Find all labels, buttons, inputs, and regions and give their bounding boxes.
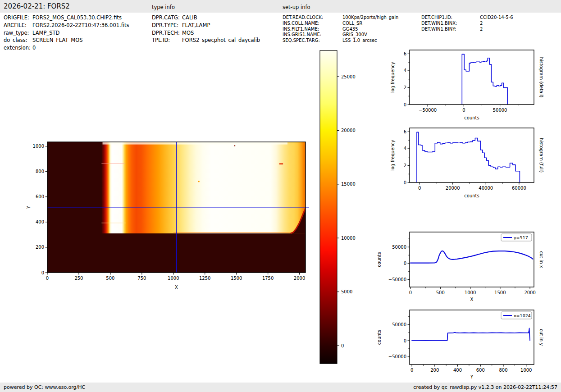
svg-text:4: 4 — [404, 68, 406, 73]
svg-text:1000: 1000 — [33, 144, 44, 149]
svg-text:40000: 40000 — [479, 186, 493, 191]
svg-text:60000: 60000 — [512, 186, 526, 191]
svg-text:250: 250 — [74, 276, 83, 281]
svg-text:log frequency: log frequency — [390, 140, 395, 171]
svg-text:6: 6 — [404, 51, 406, 56]
footer-created-by: created by qc_rawdisp.py v1.2.3 on 2026-… — [413, 384, 557, 390]
svg-text:0: 0 — [404, 338, 406, 343]
svg-text:600: 600 — [476, 368, 485, 373]
svg-text:25000: 25000 — [341, 74, 356, 79]
svg-text:0: 0 — [404, 180, 406, 185]
svg-text:20000: 20000 — [446, 186, 460, 191]
svg-text:X: X — [175, 285, 178, 290]
svg-text:histogram (detail): histogram (detail) — [539, 57, 544, 98]
colorbar: 0500010000150002000025000 — [320, 50, 356, 364]
svg-text:10000: 10000 — [341, 236, 356, 241]
svg-text:50000: 50000 — [493, 108, 507, 113]
svg-text:1500: 1500 — [231, 276, 242, 281]
svg-text:−50000: −50000 — [388, 354, 406, 359]
svg-text:0: 0 — [410, 368, 413, 373]
footer-bar: powered by QC: www.eso.org/HC created by… — [0, 383, 561, 392]
svg-text:2000: 2000 — [524, 290, 535, 295]
svg-text:800: 800 — [499, 368, 507, 373]
svg-text:histogram (full): histogram (full) — [539, 138, 544, 173]
footer-powered-by: powered by QC: www.eso.org/HC — [4, 384, 85, 390]
svg-text:20000: 20000 — [341, 128, 356, 133]
svg-text:6: 6 — [404, 129, 406, 134]
svg-text:1000: 1000 — [168, 276, 179, 281]
svg-text:0: 0 — [404, 102, 406, 107]
cut-in-x: 0500100015002000−50000050000Xcountscut i… — [377, 232, 544, 302]
svg-text:−50000: −50000 — [419, 108, 437, 113]
svg-text:0: 0 — [462, 108, 465, 113]
cut-in-y: 02004006008001000−50000050000Ycountscut … — [377, 310, 544, 379]
svg-text:counts: counts — [377, 330, 382, 345]
svg-text:0: 0 — [41, 270, 44, 275]
svg-text:2: 2 — [404, 163, 406, 168]
svg-text:cut in x: cut in x — [539, 251, 544, 268]
svg-text:2: 2 — [404, 85, 406, 90]
svg-text:1750: 1750 — [262, 276, 274, 281]
svg-text:600: 600 — [36, 194, 44, 199]
svg-text:200: 200 — [430, 368, 439, 373]
svg-text:50000: 50000 — [392, 245, 406, 250]
svg-text:0: 0 — [404, 261, 406, 266]
svg-text:Y: Y — [470, 374, 474, 379]
histogram-full: 02000040000600000246countslog frequencyh… — [390, 128, 544, 198]
svg-text:400: 400 — [36, 219, 44, 224]
svg-text:0: 0 — [341, 343, 344, 348]
svg-text:1000: 1000 — [465, 290, 476, 295]
svg-text:50000: 50000 — [392, 322, 406, 327]
main-image-plot: 0250500750100012501500175020000200400600… — [26, 142, 309, 290]
svg-text:4: 4 — [404, 146, 406, 151]
svg-text:Y: Y — [26, 205, 31, 209]
svg-text:400: 400 — [453, 368, 462, 373]
svg-text:0: 0 — [46, 276, 49, 281]
svg-text:counts: counts — [464, 193, 479, 198]
svg-text:0: 0 — [409, 290, 412, 295]
svg-text:counts: counts — [377, 252, 382, 267]
svg-text:750: 750 — [137, 276, 146, 281]
svg-text:500: 500 — [106, 276, 114, 281]
svg-text:0: 0 — [418, 186, 421, 191]
svg-text:500: 500 — [436, 290, 445, 295]
charts-canvas: 0250500750100012501500175020000200400600… — [0, 0, 561, 392]
svg-text:1500: 1500 — [494, 290, 506, 295]
svg-text:cut in y: cut in y — [539, 329, 544, 346]
svg-text:log frequency: log frequency — [390, 62, 395, 93]
svg-text:1000: 1000 — [520, 368, 532, 373]
svg-text:1250: 1250 — [199, 276, 210, 281]
svg-text:15000: 15000 — [341, 182, 356, 187]
svg-text:200: 200 — [36, 245, 44, 250]
svg-text:2000: 2000 — [294, 276, 305, 281]
svg-text:x=1024: x=1024 — [514, 313, 531, 318]
histogram-detail: −500000500000246countslog frequencyhisto… — [390, 50, 544, 120]
svg-text:X: X — [470, 297, 474, 302]
svg-text:y=517: y=517 — [514, 235, 528, 240]
svg-text:5000: 5000 — [341, 289, 352, 294]
svg-text:counts: counts — [464, 115, 479, 120]
svg-text:800: 800 — [36, 169, 44, 174]
svg-text:−50000: −50000 — [388, 277, 406, 282]
